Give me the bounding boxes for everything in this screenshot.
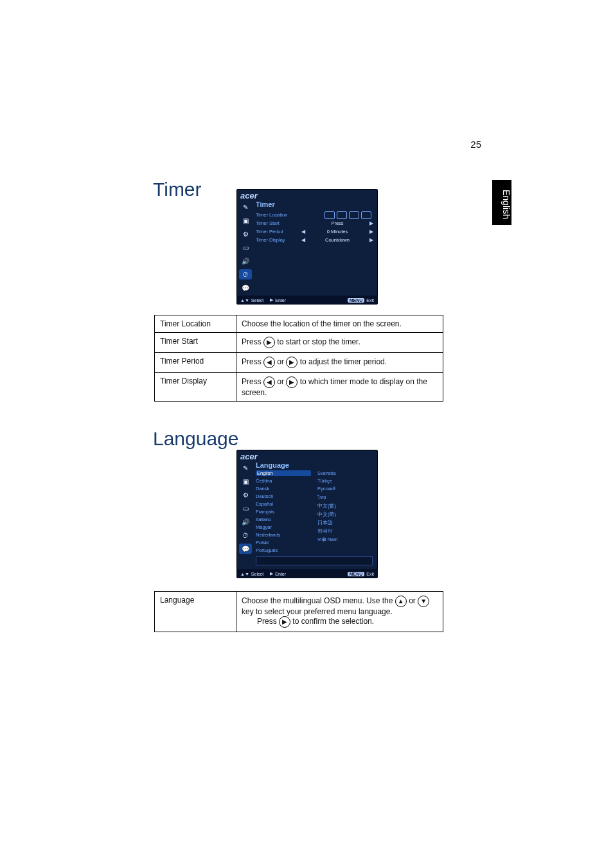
lang-option: 한국어 bbox=[317, 528, 373, 535]
osd-row-value: Countdown bbox=[306, 237, 369, 243]
timer-display-label: Timer Display bbox=[155, 373, 236, 402]
arrow-right-icon: ▶ bbox=[369, 237, 374, 243]
language-icon: 💬 bbox=[239, 283, 252, 293]
osd-panel-timer: acer ✎ ▣ ⚙ ▭ 🔊 ⏱ 💬 Timer Timer Location … bbox=[236, 189, 378, 305]
down-key-icon: ▼ bbox=[418, 596, 429, 607]
language-icon: 💬 bbox=[239, 544, 252, 554]
table-row: Timer Period Press ◀ or ▶ to adjust the … bbox=[155, 353, 443, 373]
table-row: Language Choose the multilingual OSD men… bbox=[155, 592, 443, 632]
lang-option: Dansk bbox=[256, 486, 311, 492]
arrow-left-icon: ◀ bbox=[301, 229, 306, 235]
management-icon: ▭ bbox=[239, 503, 252, 513]
osd-footer: ▲▼Select ▶Enter MENUExit bbox=[236, 569, 378, 578]
osd-language-columns: English Čeština Dansk Deutsch Español Fr… bbox=[256, 470, 373, 553]
lang-option: Čeština bbox=[256, 478, 311, 484]
lang-option: Português bbox=[256, 547, 311, 553]
timer-location-desc: Choose the location of the timer on the … bbox=[236, 315, 443, 333]
osd-sidebar: ✎ ▣ ⚙ ▭ 🔊 ⏱ 💬 bbox=[239, 202, 254, 296]
osd-row-label: Timer Display bbox=[256, 237, 301, 243]
right-key-icon: ▶ bbox=[263, 337, 275, 348]
osd-title: Language bbox=[256, 461, 289, 469]
settings-icon: ⚙ bbox=[239, 490, 252, 500]
table-row: Timer Start Press ▶ to start or stop the… bbox=[155, 333, 443, 353]
osd-row-timer-display: Timer Display ◀ Countdown ▶ bbox=[256, 236, 374, 244]
audio-icon: 🔊 bbox=[239, 517, 252, 527]
osd-row-label: Timer Start bbox=[256, 220, 301, 226]
image-icon: ▣ bbox=[239, 476, 252, 486]
lang-option: Việt Nam bbox=[317, 536, 373, 542]
right-key-icon: ▶ bbox=[286, 376, 298, 388]
lang-option: Deutsch bbox=[256, 493, 311, 499]
lang-col-2: Svenska Türkçe Русский ไทย 中文(繁) 中文(简) 日… bbox=[317, 470, 373, 553]
left-key-icon: ◀ bbox=[263, 357, 275, 368]
arrow-left-icon: ◀ bbox=[301, 237, 306, 243]
updown-icon: ▲▼ bbox=[240, 572, 249, 576]
osd-row-value: 0 Minutes bbox=[306, 229, 369, 235]
timer-start-desc: Press ▶ to start or stop the timer. bbox=[236, 333, 443, 353]
language-description-table: Language Choose the multilingual OSD men… bbox=[154, 591, 443, 632]
left-key-icon: ◀ bbox=[263, 376, 275, 388]
up-key-icon: ▲ bbox=[395, 596, 407, 607]
image-icon: ▣ bbox=[239, 215, 252, 226]
management-icon: ▭ bbox=[239, 242, 252, 252]
osd-title: Timer bbox=[256, 200, 275, 208]
osd-footer: ▲▼Select ▶Enter MENUExit bbox=[236, 296, 378, 305]
section-heading-language: Language bbox=[153, 428, 238, 450]
lang-option: Türkçe bbox=[317, 478, 373, 484]
timer-icon: ⏱ bbox=[239, 530, 252, 540]
arrow-right-icon: ▶ bbox=[369, 220, 374, 226]
lang-option: ไทย bbox=[317, 493, 373, 501]
lang-option: Polski bbox=[256, 540, 311, 545]
language-tab: English bbox=[492, 180, 511, 225]
arrow-right-icon: ▶ bbox=[369, 229, 374, 235]
timer-icon: ⏱ bbox=[239, 269, 252, 279]
lang-option: Svenska bbox=[317, 470, 373, 476]
osd-row-label: Timer Location bbox=[256, 212, 301, 218]
section-heading-timer: Timer bbox=[153, 179, 202, 200]
table-row: Timer Location Choose the location of th… bbox=[155, 315, 443, 333]
language-desc: Choose the multilingual OSD menu. Use th… bbox=[236, 592, 443, 632]
lang-option: 日本語 bbox=[317, 520, 373, 526]
updown-icon: ▲▼ bbox=[240, 298, 249, 303]
osd-row-label: Timer Period bbox=[256, 229, 301, 235]
footer-enter: Enter bbox=[275, 298, 286, 303]
settings-icon: ⚙ bbox=[239, 229, 252, 239]
osd-row-timer-location: Timer Location bbox=[256, 211, 374, 219]
color-icon: ✎ bbox=[239, 463, 252, 473]
audio-icon: 🔊 bbox=[239, 256, 252, 266]
timer-period-desc: Press ◀ or ▶ to adjust the timer period. bbox=[236, 353, 443, 373]
right-key-icon: ▶ bbox=[279, 616, 290, 628]
language-label: Language bbox=[155, 592, 236, 632]
osd-row-timer-start: Timer Start Press ▶ bbox=[256, 219, 374, 227]
osd-row-timer-period: Timer Period ◀ 0 Minutes ▶ bbox=[256, 227, 374, 236]
footer-exit: Exit bbox=[366, 572, 374, 576]
footer-select: Select bbox=[251, 572, 263, 576]
page-number: 25 bbox=[470, 139, 481, 150]
menu-badge: MENU bbox=[348, 572, 365, 576]
osd-rows: Timer Location Timer Start Press ▶ Timer… bbox=[256, 211, 374, 244]
table-row: Timer Display Press ◀ or ▶ to which time… bbox=[155, 373, 443, 402]
menu-badge: MENU bbox=[348, 298, 365, 303]
lang-option: Italiano bbox=[256, 517, 311, 522]
timer-start-label: Timer Start bbox=[155, 333, 236, 353]
timer-display-desc: Press ◀ or ▶ to which timer mode to disp… bbox=[236, 373, 443, 402]
lang-option: Русский bbox=[317, 486, 373, 492]
lang-option: Français bbox=[256, 509, 311, 515]
lang-option: Nederlands bbox=[256, 532, 311, 538]
lang-option: 中文(简) bbox=[317, 511, 373, 518]
footer-select: Select bbox=[251, 298, 263, 303]
osd-language-input bbox=[256, 556, 373, 565]
lang-option: Magyar bbox=[256, 524, 311, 530]
osd-sidebar: ✎ ▣ ⚙ ▭ 🔊 ⏱ 💬 bbox=[239, 463, 254, 557]
lang-col-1: English Čeština Dansk Deutsch Español Fr… bbox=[256, 470, 311, 553]
right-icon: ▶ bbox=[270, 571, 273, 576]
footer-exit: Exit bbox=[366, 298, 374, 303]
timer-location-label: Timer Location bbox=[155, 315, 236, 333]
osd-row-value: Press bbox=[306, 220, 369, 226]
timer-period-label: Timer Period bbox=[155, 353, 236, 373]
osd-brand: acer bbox=[240, 191, 258, 200]
right-key-icon: ▶ bbox=[286, 357, 298, 368]
timer-description-table: Timer Location Choose the location of th… bbox=[154, 315, 443, 402]
lang-option: 中文(繁) bbox=[317, 503, 373, 509]
right-icon: ▶ bbox=[270, 297, 273, 303]
